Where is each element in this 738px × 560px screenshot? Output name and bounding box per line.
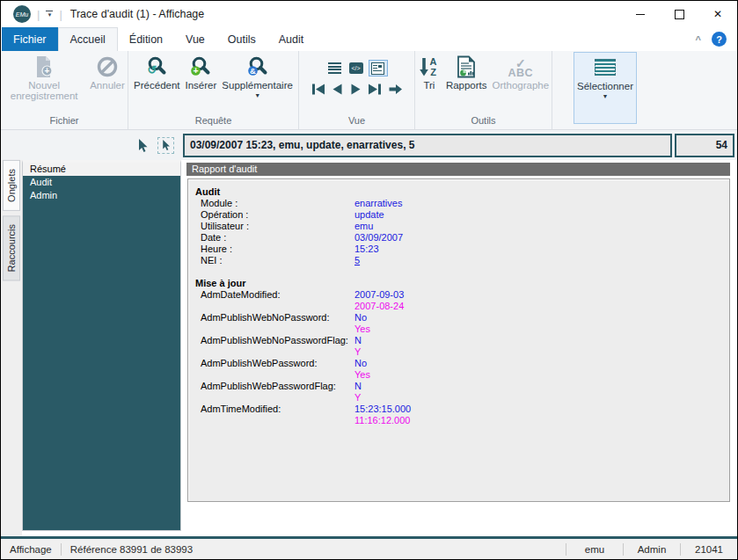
report-field-label: Utilisateur :	[195, 221, 354, 232]
tab-audit[interactable]: Audit	[267, 27, 316, 51]
last-record-button[interactable]	[368, 83, 383, 96]
status-cell: 21041	[681, 544, 737, 555]
report-section: Mise à jourAdmDateModified:2007-09-03200…	[195, 278, 729, 426]
report-field-row: NEI :5	[195, 255, 729, 266]
additional-query-button[interactable]: & Supplémentaire ▼	[219, 54, 296, 100]
list-view-button[interactable]	[326, 61, 344, 76]
ribbon-tabs: FichierAccueilÉditionVueOutilsAudit	[1, 27, 315, 51]
spelling-button[interactable]: ✓ ABC Orthographe	[490, 54, 552, 92]
report-field-values: emu	[354, 221, 373, 232]
goto-record-button[interactable]	[388, 83, 403, 96]
select-dropdown-caret: ▼	[603, 93, 609, 99]
rail-tab-onglets[interactable]: Onglets	[3, 160, 20, 211]
sort-button[interactable]: A Z Tri	[415, 54, 443, 92]
tab-fichier[interactable]: Fichier	[2, 27, 58, 51]
next-record-button[interactable]	[349, 83, 362, 96]
maximize-button[interactable]	[660, 1, 698, 27]
report-field-value: update	[354, 209, 384, 221]
report-field-row: Utilisateur :emu	[195, 221, 729, 232]
tab-accueil[interactable]: Accueil	[58, 27, 118, 51]
sidebar-item-resume[interactable]: Résumé	[23, 163, 180, 176]
select-button[interactable]: Sélectionner ▼	[574, 52, 637, 124]
report-section-title: Audit	[195, 186, 729, 198]
report-field-value: 15:23	[354, 244, 379, 255]
report-field-value: 03/09/2007	[354, 232, 403, 244]
report-field-label: AdmPublishWebNoPassword:	[195, 312, 354, 335]
report-field-row: Heure :15:23	[195, 244, 729, 255]
ribbon-group-view: </> Vue	[299, 51, 415, 129]
minimize-button[interactable]	[621, 1, 660, 27]
previous-record-button[interactable]	[331, 83, 344, 96]
report-field-row: AdmPublishWebPasswordFlag:NY	[195, 381, 729, 404]
first-record-button[interactable]	[311, 83, 325, 96]
additional-query-icon: &	[246, 55, 269, 78]
emu-logo-icon: EMu	[13, 5, 31, 23]
report-field-label: AdmDateModified:	[195, 289, 354, 312]
svg-text:+: +	[194, 65, 199, 76]
status-left: AffichageRéférence 83991 de 83993	[1, 539, 201, 559]
report-field-label: Module :	[195, 198, 354, 209]
report-field-row: AdmDateModified:2007-09-032007-08-24	[195, 289, 729, 312]
report-field-values: 15:23:15.00011:16:12.000	[354, 404, 411, 426]
report-field-value: N	[354, 335, 362, 346]
group-label-view: Vue	[299, 114, 414, 129]
insert-query-button[interactable]: + Insérer	[183, 54, 220, 92]
report-field-value: enarratives	[354, 198, 402, 209]
collapse-ribbon-icon[interactable]: ^	[696, 34, 701, 45]
new-record-button[interactable]: + Nouvel enregistrement	[1, 54, 87, 103]
report-field-value: Y	[354, 346, 362, 358]
status-bar: AffichageRéférence 83991 de 83993 emuAdm…	[1, 539, 737, 559]
svg-text:A: A	[429, 56, 436, 67]
report-field-value: No	[354, 358, 370, 369]
report-field-label: Opération :	[195, 209, 354, 221]
minimize-icon	[636, 14, 645, 15]
report-section: AuditModule :enarrativesOpération :updat…	[195, 186, 729, 266]
report-field-value: 11:16:12.000	[354, 415, 411, 426]
spelling-icon: ✓ ABC	[508, 59, 534, 78]
details-view-button[interactable]	[369, 60, 388, 76]
record-summary-row: 03/09/2007 15:23, emu, update, enarrativ…	[1, 130, 737, 160]
titlebar-separator: |	[59, 8, 62, 21]
previous-query-icon: ↺	[145, 55, 168, 78]
report-field-value: Y	[354, 392, 362, 404]
report-field-row: AdmTimeModified:15:23:15.00011:16:12.000	[195, 404, 729, 426]
svg-text:&: &	[250, 66, 256, 76]
help-icon[interactable]: ?	[712, 32, 727, 47]
report-section-title: Mise à jour	[195, 278, 729, 289]
tab-outils[interactable]: Outils	[216, 27, 267, 51]
tab-vue[interactable]: Vue	[174, 27, 216, 51]
report-field-label: AdmTimeModified:	[195, 404, 354, 426]
report-field-values: enarratives	[354, 198, 402, 209]
title-bar: EMu | ▼ | Trace d'audit (1) - Affichage …	[1, 1, 737, 27]
status-cell: Admin	[624, 544, 680, 555]
report-body: AuditModule :enarrativesOpération :updat…	[195, 186, 729, 426]
select-pointer-icon[interactable]	[157, 137, 174, 154]
record-count-box[interactable]: 54	[675, 134, 734, 157]
report-field-value: Yes	[354, 369, 370, 381]
sidebar-item-audit[interactable]: Audit	[23, 176, 180, 189]
previous-query-button[interactable]: ↺ Précédent	[131, 54, 182, 92]
report-field-row: Opération :update	[195, 209, 729, 221]
tab-edition[interactable]: Édition	[118, 27, 174, 51]
report-field-value[interactable]: 5	[354, 255, 360, 266]
new-record-icon: +	[33, 55, 55, 78]
report-header: Rapport d'audit	[186, 163, 730, 176]
report-field-values: NoYes	[354, 358, 370, 381]
reports-icon	[456, 55, 477, 78]
record-summary-bar[interactable]: 03/09/2007 15:23, emu, update, enarrativ…	[183, 134, 672, 157]
pointer-cursor-icon[interactable]	[135, 138, 150, 153]
report-field-value: No	[354, 312, 370, 324]
rail-tab-raccourcis[interactable]: Raccourcis	[3, 215, 20, 280]
report-field-value: emu	[354, 221, 373, 232]
code-view-button[interactable]: </>	[347, 61, 365, 76]
close-button[interactable]: ✕	[698, 1, 737, 27]
reports-button[interactable]: Rapports	[443, 54, 490, 92]
report-field-row: AdmPublishWebNoPassword:NoYes	[195, 312, 729, 335]
sidebar-tab-list: RésuméAuditAdmin	[22, 160, 181, 531]
cancel-button[interactable]: Annuler	[87, 54, 128, 92]
sidebar-item-admin[interactable]: Admin	[23, 189, 180, 202]
report-field-value: 2007-08-24	[354, 301, 404, 312]
ribbon-group-tools: A Z Tri	[415, 51, 552, 129]
quick-access-dropdown-icon[interactable]: ▼	[46, 11, 53, 18]
titlebar-separator: |	[37, 8, 40, 21]
